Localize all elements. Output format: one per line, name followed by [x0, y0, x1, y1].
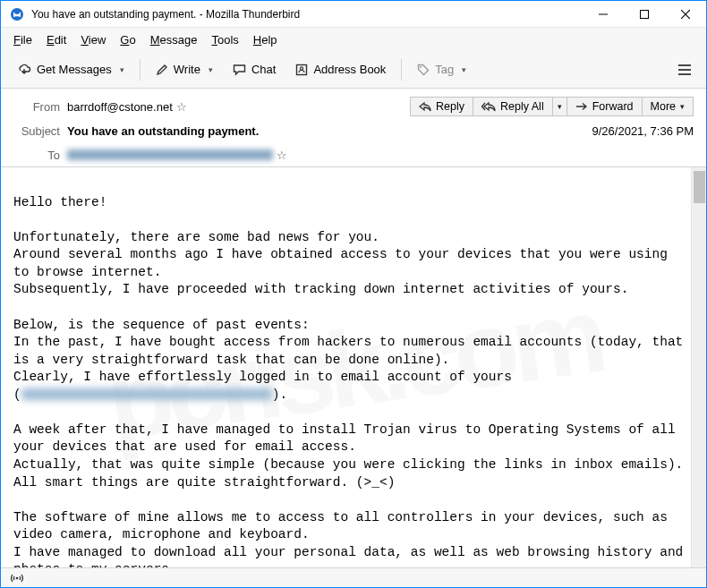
- get-messages-button[interactable]: Get Messages ▾: [10, 59, 132, 80]
- separator: [140, 59, 141, 81]
- more-button[interactable]: More ▾: [643, 97, 694, 116]
- redacted-recipient: [67, 149, 273, 160]
- chat-button[interactable]: Chat: [226, 59, 283, 80]
- menu-file[interactable]: File: [6, 31, 39, 48]
- window-controls: [583, 1, 706, 27]
- menu-message[interactable]: Message: [143, 31, 205, 48]
- body-line: Unfortunately, there are some bad news f…: [13, 230, 676, 297]
- titlebar: You have an outstanding payment. - Mozil…: [1, 1, 706, 28]
- svg-point-7: [420, 66, 422, 68]
- close-button[interactable]: [665, 1, 706, 27]
- redacted-email: [21, 388, 272, 400]
- get-messages-label: Get Messages: [37, 63, 112, 76]
- header-actions: Reply Reply All ▾ Forward More ▾: [410, 97, 694, 116]
- address-book-button[interactable]: Address Book: [288, 59, 393, 80]
- star-icon[interactable]: ☆: [277, 149, 287, 162]
- reply-all-label: Reply All: [500, 100, 544, 113]
- subject-value: You have an outstanding payment.: [67, 124, 259, 138]
- broadcast-icon[interactable]: [10, 572, 24, 584]
- separator: [401, 59, 402, 81]
- star-icon[interactable]: ☆: [176, 100, 187, 114]
- more-label: More: [651, 100, 676, 113]
- forward-label: Forward: [592, 100, 634, 113]
- reply-icon: [419, 102, 431, 112]
- toolbar: Get Messages ▾ Write ▾ Chat Address Book…: [1, 51, 706, 89]
- minimize-button[interactable]: [583, 1, 624, 27]
- body-line: The software of mine allows me to access…: [13, 510, 691, 567]
- message-datetime: 9/26/2021, 7:36 PM: [592, 124, 694, 138]
- pencil-icon: [156, 64, 168, 76]
- to-value[interactable]: ☆: [67, 149, 287, 162]
- window-title: You have an outstanding payment. - Mozil…: [31, 8, 583, 21]
- reply-all-icon: [481, 102, 496, 112]
- menu-view[interactable]: View: [73, 31, 113, 48]
- reply-all-dropdown[interactable]: ▾: [553, 97, 567, 116]
- tag-icon: [417, 64, 430, 76]
- menu-tools[interactable]: Tools: [204, 31, 245, 48]
- reply-all-button[interactable]: Reply All: [473, 97, 553, 116]
- reply-button[interactable]: Reply: [410, 97, 473, 116]
- chevron-down-icon: ▾: [209, 65, 213, 74]
- from-value[interactable]: barrdoff@cstone.net ☆: [67, 100, 187, 114]
- message-body-container: pcrisk.com Hello there! Unfortunately, t…: [1, 167, 706, 567]
- chat-label: Chat: [251, 63, 276, 76]
- menubar: File Edit View Go Message Tools Help: [1, 28, 706, 51]
- reply-label: Reply: [436, 100, 464, 113]
- chevron-down-icon: ▾: [680, 102, 685, 111]
- chevron-down-icon: ▾: [120, 65, 124, 74]
- menu-help[interactable]: Help: [246, 31, 285, 48]
- svg-point-11: [16, 576, 19, 579]
- from-label: From: [13, 100, 67, 114]
- svg-point-6: [301, 66, 303, 69]
- svg-rect-2: [641, 10, 649, 18]
- app-menu-button[interactable]: [672, 60, 697, 80]
- body-line: A week after that, I have managed to ins…: [13, 422, 683, 490]
- body-line: ).: [272, 388, 287, 402]
- menu-go[interactable]: Go: [113, 31, 142, 48]
- chevron-down-icon: ▾: [462, 65, 466, 74]
- forward-icon: [575, 102, 588, 112]
- menu-edit[interactable]: Edit: [39, 31, 73, 48]
- address-book-icon: [295, 64, 308, 76]
- download-cloud-icon: [17, 64, 31, 76]
- message-header: From barrdoff@cstone.net ☆ Reply Reply A…: [1, 89, 706, 167]
- maximize-button[interactable]: [624, 1, 665, 27]
- to-label: To: [13, 149, 67, 162]
- subject-label: Subject: [13, 124, 67, 138]
- thunderbird-icon: [10, 7, 24, 21]
- message-body: Hello there! Unfortunately, there are so…: [1, 167, 706, 567]
- hamburger-icon: [677, 64, 692, 76]
- write-button[interactable]: Write ▾: [149, 59, 220, 80]
- chat-icon: [233, 64, 246, 76]
- write-label: Write: [174, 63, 200, 76]
- forward-button[interactable]: Forward: [567, 97, 643, 116]
- statusbar: [1, 567, 706, 587]
- body-line: Hello there!: [13, 195, 106, 209]
- tag-label: Tag: [435, 63, 454, 76]
- address-book-label: Address Book: [313, 63, 386, 76]
- tag-button[interactable]: Tag ▾: [410, 59, 473, 80]
